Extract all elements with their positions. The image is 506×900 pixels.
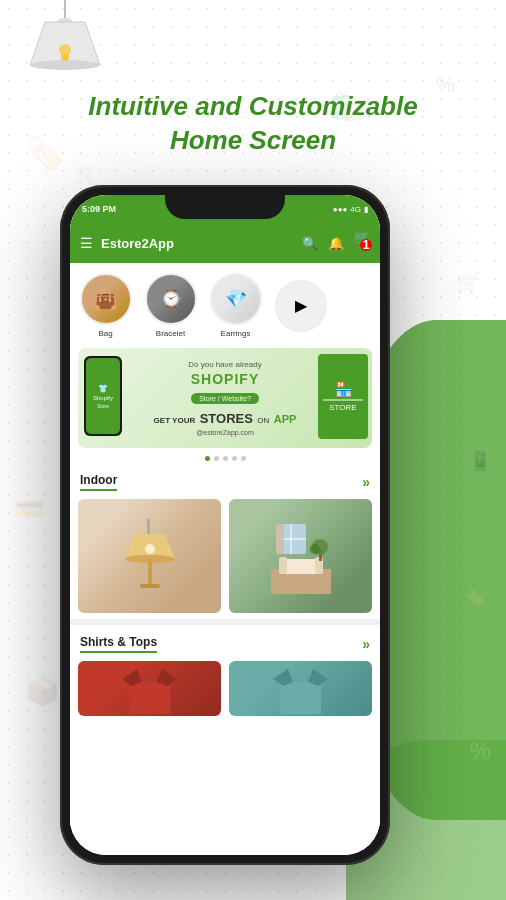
status-time: 5:09 PM [82, 204, 116, 214]
phone-screen: 5:09 PM ●●● 4G ▮ ☰ Estore2App 🔍 [70, 195, 380, 855]
search-icon[interactable]: 🔍 [302, 236, 318, 251]
banner-stores: STORES [200, 411, 253, 426]
dot-5 [241, 456, 246, 461]
dot-4 [232, 456, 237, 461]
cart-icon-wrapper[interactable]: 🛒 1 [354, 230, 370, 257]
app-name-label: Estore2App [101, 236, 294, 251]
power-button [389, 305, 390, 355]
bracelet-label: Bracelet [156, 329, 185, 338]
category-more[interactable]: ▶ [273, 280, 328, 332]
category-earrings[interactable]: 💎 Earrings [208, 273, 263, 338]
category-bag[interactable]: 👜 Bag [78, 273, 133, 338]
shirts-section: Shirts & Tops » [70, 619, 380, 722]
banner-shopify-label: SHOPIFY [154, 371, 297, 387]
product-cream-sofa[interactable]: Cream Sofa ₹500.00 ₹750.00 [229, 499, 372, 613]
banner-question: Do you have already [154, 360, 297, 369]
lamp-decoration [20, 0, 110, 94]
menu-icon[interactable]: ☰ [80, 235, 93, 251]
screen-content: 👜 Bag ⌚ Bracelet 💎 Earrings [70, 263, 380, 855]
phone-frame: 5:09 PM ●●● 4G ▮ ☰ Estore2App 🔍 [60, 185, 390, 865]
cart-badge: 1 [360, 239, 372, 251]
volume-down-button [60, 380, 61, 420]
banner-on: ON [257, 416, 269, 425]
svg-rect-10 [140, 584, 160, 588]
background: 🏷️ 🛍️ 💳 📦 % 🛒 📱 🏷️ % 🛒 Intuitiv [0, 0, 506, 900]
app-toolbar: ☰ Estore2App 🔍 🔔 🛒 1 [70, 223, 380, 263]
banner-store-button[interactable]: Store / Website? [191, 393, 259, 404]
copper-light-image [78, 499, 221, 613]
banner-content: Do you have already SHOPIFY Store / Webs… [146, 352, 305, 444]
notification-icon[interactable]: 🔔 [328, 236, 344, 251]
page-title: Intuitive and Customizable Home Screen [0, 90, 506, 158]
bag-category-img: 👜 [80, 273, 132, 325]
categories-row: 👜 Bag ⌚ Bracelet 💎 Earrings [70, 263, 380, 348]
banner-dots [70, 456, 380, 461]
dot-2 [214, 456, 219, 461]
shirts-more-icon[interactable]: » [362, 636, 370, 652]
svg-point-11 [145, 544, 155, 554]
shirt-product-2[interactable] [229, 661, 372, 716]
shirt-image-2 [229, 661, 372, 716]
banner-app: APP [274, 413, 297, 425]
svg-rect-15 [276, 524, 284, 554]
silent-button [60, 285, 61, 315]
bracelet-category-img: ⌚ [145, 273, 197, 325]
banner-phone-mini: 👕 Shopify Store [84, 356, 122, 436]
volume-up-button [60, 330, 61, 370]
shirts-section-title: Shirts & Tops [80, 635, 157, 653]
bag-label: Bag [98, 329, 112, 338]
banner-get-your: GET YOUR [154, 416, 196, 425]
shopify-banner[interactable]: 👕 Shopify Store Do you have already SHOP… [78, 348, 372, 448]
banner-get-stores: GET YOUR STORES ON APP [154, 409, 297, 427]
cream-sofa-image [229, 499, 372, 613]
shirts-section-header: Shirts & Tops » [70, 629, 380, 655]
page-title-section: Intuitive and Customizable Home Screen [0, 90, 506, 158]
svg-point-5 [61, 53, 69, 61]
dot-1 [205, 456, 210, 461]
title-line1: Intuitive and Customizable [88, 91, 417, 121]
svg-rect-9 [148, 559, 152, 584]
signal-icon: ●●● [333, 205, 348, 214]
indoor-more-icon[interactable]: » [362, 474, 370, 490]
banner-url: @estoreZapp.com [154, 429, 297, 436]
category-bracelet[interactable]: ⌚ Bracelet [143, 273, 198, 338]
phone-notch [165, 195, 285, 219]
indoor-product-grid: Copper Light ₹59.99 ₹75.00 [70, 493, 380, 619]
indoor-section-title: Indoor [80, 473, 117, 491]
more-category-img: ▶ [275, 280, 327, 332]
title-line2: Home Screen [170, 125, 336, 155]
shirt-image-1 [78, 661, 221, 716]
shirts-product-row [70, 655, 380, 722]
svg-rect-18 [279, 557, 287, 574]
network-icon: 4G [350, 205, 361, 214]
earrings-category-img: 💎 [210, 273, 262, 325]
earrings-label: Earrings [221, 329, 251, 338]
svg-point-3 [30, 60, 100, 70]
banner-store-illustration: 🏪 STORE [318, 354, 368, 439]
svg-rect-6 [147, 519, 150, 534]
svg-point-22 [310, 544, 320, 554]
indoor-section-header: Indoor » [70, 467, 380, 493]
toolbar-icons: 🔍 🔔 🛒 1 [302, 230, 370, 257]
product-copper-light[interactable]: Copper Light ₹59.99 ₹75.00 [78, 499, 221, 613]
status-icons: ●●● 4G ▮ [333, 205, 368, 214]
app-screen: 5:09 PM ●●● 4G ▮ ☰ Estore2App 🔍 [70, 195, 380, 855]
shirt-product-1[interactable] [78, 661, 221, 716]
battery-icon: ▮ [364, 205, 368, 214]
dot-3 [223, 456, 228, 461]
phone-mockup: 5:09 PM ●●● 4G ▮ ☰ Estore2App 🔍 [60, 185, 390, 865]
